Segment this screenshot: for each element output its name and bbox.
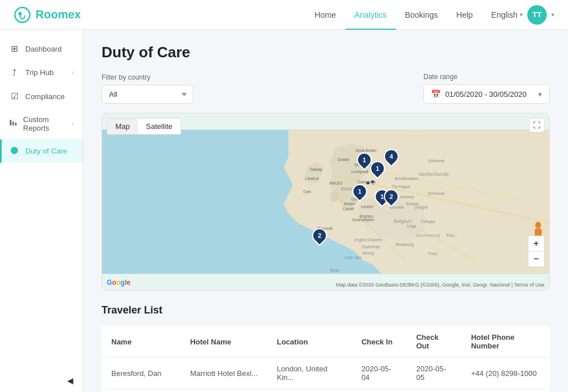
traveler-list-title: Traveler List <box>102 304 550 316</box>
cell-1-4: 2020-05-05 <box>407 389 462 393</box>
language-selector[interactable]: English ▾ <box>491 10 523 19</box>
cell-0-5: +44 (20) 8298-1000 <box>462 358 550 389</box>
cell-0-2: London, United Kin... <box>267 358 352 389</box>
svg-rect-4 <box>15 123 17 126</box>
map-container: Dublin Great Britain Manchester Liverpoo… <box>102 113 550 291</box>
cell-1-0: Whitbread, Edward <box>102 389 181 393</box>
sidebar-collapse-button[interactable]: ◀ <box>0 369 83 392</box>
duty-of-care-icon <box>9 146 20 156</box>
map-marker-2[interactable]: 1 <box>370 161 385 176</box>
logo-icon <box>14 6 31 23</box>
sidebar-item-trip-hub[interactable]: ⤴ Trip Hub › <box>0 61 83 84</box>
top-nav: Roomex Home Analytics Bookings Help Engl… <box>0 0 568 30</box>
custom-reports-icon <box>9 119 17 129</box>
logo[interactable]: Roomex <box>14 6 81 23</box>
map-markers: 1 1 4 1 1 2 <box>102 113 549 290</box>
map-zoom-controls: + − <box>528 236 544 267</box>
country-filter-select[interactable]: All <box>102 85 193 104</box>
traveler-table: Name Hotel Name Location Check In Check … <box>102 326 550 392</box>
map-marker-7[interactable]: 2 <box>312 228 327 243</box>
avatar[interactable]: TT <box>527 5 547 25</box>
collapse-arrow-icon: ◀ <box>67 376 73 385</box>
brand-name: Roomex <box>36 8 81 21</box>
chevron-down-icon: ▾ <box>520 11 523 18</box>
sidebar-label-duty-of-care: Duty of Care <box>25 147 67 155</box>
country-filter-group: Filter by country All <box>102 73 193 104</box>
zoom-in-button[interactable]: + <box>528 236 544 251</box>
cell-1-1: Holiday Inn Express... <box>181 389 267 393</box>
calendar-icon: 📅 <box>431 89 441 99</box>
trip-hub-arrow-icon: › <box>72 69 73 76</box>
sidebar-item-dashboard[interactable]: ⊞ Dashboard <box>0 37 83 61</box>
date-range-input[interactable]: 📅 01/05/2020 - 30/05/2020 ▾ <box>423 84 550 104</box>
country-filter-label: Filter by country <box>102 73 193 81</box>
svg-point-50 <box>535 222 541 229</box>
map-marker-6[interactable]: 2 <box>384 189 399 204</box>
date-range-chevron-icon: ▾ <box>538 90 542 99</box>
nav-help[interactable]: Help <box>447 0 482 30</box>
col-header-checkout: Check Out <box>407 326 462 358</box>
nav-home[interactable]: Home <box>305 0 345 30</box>
table-row: Beresford, DanMarriott Hotel Bexl...Lond… <box>102 358 550 389</box>
avatar-chevron-icon: ▾ <box>551 11 554 18</box>
app-body: ⊞ Dashboard ⤴ Trip Hub › ☑ Compliance Cu… <box>0 30 568 392</box>
filters-row: Filter by country All Date range 📅 01/05… <box>102 73 550 104</box>
google-logo: Google <box>107 279 130 287</box>
sidebar-label-trip-hub: Trip Hub <box>25 68 53 77</box>
svg-point-1 <box>18 12 22 15</box>
sidebar-item-compliance[interactable]: ☑ Compliance <box>0 84 83 108</box>
date-range-value: 01/05/2020 - 30/05/2020 <box>445 90 527 99</box>
nav-bookings[interactable]: Bookings <box>396 0 448 30</box>
cell-1-3: 2020-05-04 <box>352 389 407 393</box>
main-content: Duty of Care Filter by country All Date … <box>83 30 568 392</box>
satellite-tab-button[interactable]: Satellite <box>138 119 180 134</box>
svg-point-0 <box>15 7 30 22</box>
col-header-checkin: Check In <box>352 326 407 358</box>
table-row: Whitbread, EdwardHoliday Inn Express...G… <box>102 389 550 393</box>
cell-0-0: Beresford, Dan <box>102 358 181 389</box>
cell-1-5: +44 1452 726400 <box>462 389 550 393</box>
svg-rect-2 <box>10 120 11 126</box>
sidebar-label-dashboard: Dashboard <box>25 45 62 53</box>
col-header-hotel: Hotel Name <box>181 326 267 358</box>
col-header-phone: Hotel Phone Number <box>462 326 550 358</box>
map-tab-button[interactable]: Map <box>107 119 138 134</box>
nav-analytics[interactable]: Analytics <box>345 0 396 30</box>
date-range-group: Date range 📅 01/05/2020 - 30/05/2020 ▾ <box>423 73 550 104</box>
compliance-icon: ☑ <box>9 91 20 101</box>
col-header-name: Name <box>102 326 181 358</box>
sidebar-item-custom-reports[interactable]: Custom Reports › <box>0 108 83 139</box>
date-range-label: Date range <box>423 73 550 81</box>
trip-hub-icon: ⤴ <box>9 68 20 77</box>
dashboard-icon: ⊞ <box>9 44 20 54</box>
sidebar: ⊞ Dashboard ⤴ Trip Hub › ☑ Compliance Cu… <box>0 30 83 392</box>
map-attribution: Map data ©2020 GeoBasis-DE/BKG (©2009), … <box>336 282 544 288</box>
map-marker-3[interactable]: 4 <box>384 149 399 164</box>
map-fullscreen-button[interactable]: ⛶ <box>529 118 544 132</box>
sidebar-label-compliance: Compliance <box>25 92 65 101</box>
nav-right: English ▾ TT ▾ <box>491 5 554 25</box>
page-title: Duty of Care <box>102 44 550 61</box>
custom-reports-arrow-icon: › <box>72 121 73 127</box>
sidebar-label-custom-reports: Custom Reports <box>23 115 65 132</box>
cell-0-1: Marriott Hotel Bexl... <box>181 358 267 389</box>
cell-0-4: 2020-05-05 <box>407 358 462 389</box>
map-marker-4[interactable]: 1 <box>352 184 367 199</box>
map-view-controls: Map Satellite <box>107 118 181 135</box>
nav-links: Home Analytics Bookings Help <box>305 0 482 29</box>
svg-rect-3 <box>13 121 14 126</box>
map-marker-1[interactable]: 1 <box>357 152 372 167</box>
zoom-out-button[interactable]: − <box>528 251 544 266</box>
cell-0-3: 2020-05-04 <box>352 358 407 389</box>
cell-1-2: Gloucester, United ... <box>267 389 352 393</box>
sidebar-item-duty-of-care[interactable]: Duty of Care <box>0 139 83 163</box>
col-header-location: Location <box>267 326 352 358</box>
